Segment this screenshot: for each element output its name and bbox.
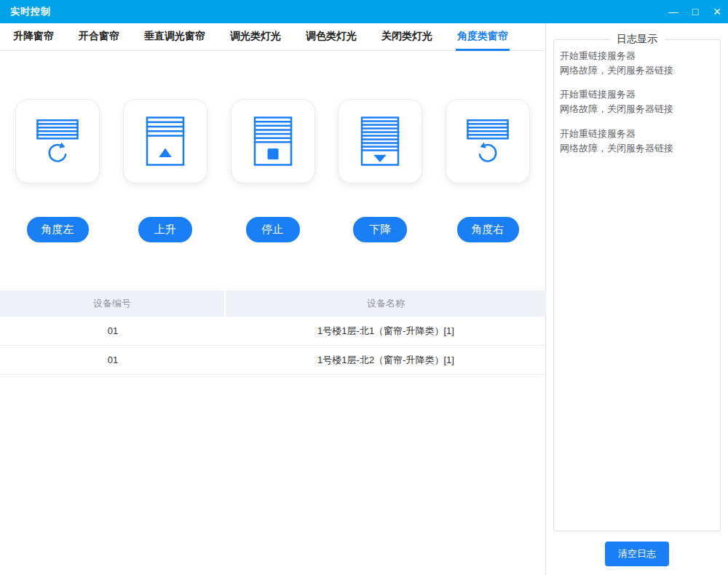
titlebar: 实时控制 — □ × (0, 0, 728, 23)
tab-dim-light[interactable]: 调光类灯光 (229, 23, 282, 51)
clear-log-button[interactable]: 清空日志 (605, 542, 669, 566)
angle-left-button[interactable]: 角度左 (27, 217, 89, 242)
control-lower: 下降 (337, 99, 423, 242)
table-row[interactable]: 01 1号楼1层-北1（窗帘-升降类）[1] (0, 317, 546, 346)
lower-button[interactable]: 下降 (353, 217, 407, 242)
log-panel: 日志显示 开始重链接服务器 网络故障，关闭服务器链接 开始重链接服务器 网络故障… (546, 23, 728, 575)
maximize-icon[interactable]: □ (684, 0, 706, 23)
app-window: 实时控制 — □ × 升降窗帘 开合窗帘 垂直调光窗帘 调光类灯光 调色类灯光 … (0, 0, 728, 575)
window-title: 实时控制 (10, 5, 51, 18)
raise-card[interactable] (123, 99, 207, 183)
tab-vertical-dim-curtain[interactable]: 垂直调光窗帘 (143, 23, 207, 51)
table-row[interactable]: 01 1号楼1层-北2（窗帘-升降类）[1] (0, 346, 546, 375)
control-angle-left: 角度左 (15, 99, 100, 242)
log-line: 开始重链接服务器 (560, 49, 714, 63)
device-table: 设备编号 设备名称 01 1号楼1层-北1（窗帘-升降类）[1] 01 1号楼1… (0, 290, 546, 375)
angle-right-card[interactable] (446, 99, 530, 183)
main-row: 升降窗帘 开合窗帘 垂直调光窗帘 调光类灯光 调色类灯光 关闭类灯光 角度类窗帘 (0, 23, 728, 575)
log-line: 网络故障，关闭服务器链接 (560, 63, 714, 78)
device-table-header: 设备编号 设备名称 (0, 290, 546, 317)
tab-lift-curtain[interactable]: 升降窗帘 (12, 23, 55, 51)
close-icon[interactable]: × (706, 0, 728, 23)
device-name-cell: 1号楼1层-北2（窗帘-升降类）[1] (226, 346, 546, 374)
blind-angle-right-icon (459, 112, 517, 170)
minimize-icon[interactable]: — (662, 0, 684, 23)
control-raise: 上升 (122, 99, 208, 242)
tabbar: 升降窗帘 开合窗帘 垂直调光窗帘 调光类灯光 调色类灯光 关闭类灯光 角度类窗帘 (0, 23, 545, 51)
log-line: 网络故障，关闭服务器链接 (560, 102, 714, 116)
content-area: 升降窗帘 开合窗帘 垂直调光窗帘 调光类灯光 调色类灯光 关闭类灯光 角度类窗帘 (0, 23, 546, 575)
log-box: 日志显示 开始重链接服务器 网络故障，关闭服务器链接 开始重链接服务器 网络故障… (553, 33, 721, 531)
device-id-cell: 01 (0, 317, 226, 345)
tab-color-light[interactable]: 调色类灯光 (304, 23, 358, 51)
stop-card[interactable] (231, 99, 315, 183)
control-angle-right: 角度右 (445, 99, 531, 242)
log-panel-title: 日志显示 (609, 33, 665, 46)
log-line: 网络故障，关闭服务器链接 (560, 141, 714, 156)
angle-right-button[interactable]: 角度右 (457, 217, 519, 242)
blind-stop-icon (244, 112, 302, 170)
controls-row: 角度左 上升 (0, 99, 545, 242)
tab-open-close-curtain[interactable]: 开合窗帘 (77, 23, 121, 51)
device-id-cell: 01 (0, 346, 226, 374)
lower-card[interactable] (338, 99, 422, 183)
blind-lower-icon (351, 112, 409, 170)
angle-left-card[interactable] (15, 99, 100, 183)
stop-button[interactable]: 停止 (246, 217, 300, 242)
column-header-device-name: 设备名称 (226, 290, 546, 317)
log-line: 开始重链接服务器 (560, 127, 714, 141)
device-name-cell: 1号楼1层-北1（窗帘-升降类）[1] (226, 317, 546, 345)
raise-button[interactable]: 上升 (138, 217, 192, 242)
tab-off-light[interactable]: 关闭类灯光 (380, 23, 434, 51)
log-entry: 开始重链接服务器 网络故障，关闭服务器链接 (560, 87, 714, 116)
tab-angle-curtain[interactable]: 角度类窗帘 (456, 23, 510, 51)
column-header-device-id: 设备编号 (0, 290, 226, 317)
blind-angle-left-icon (28, 112, 87, 170)
log-entry: 开始重链接服务器 网络故障，关闭服务器链接 (560, 127, 714, 156)
log-line: 开始重链接服务器 (560, 87, 714, 102)
log-list[interactable]: 开始重链接服务器 网络故障，关闭服务器链接 开始重链接服务器 网络故障，关闭服务… (554, 47, 720, 526)
blind-raise-icon (136, 112, 194, 170)
control-stop: 停止 (230, 99, 316, 242)
log-entry: 开始重链接服务器 网络故障，关闭服务器链接 (560, 49, 714, 78)
